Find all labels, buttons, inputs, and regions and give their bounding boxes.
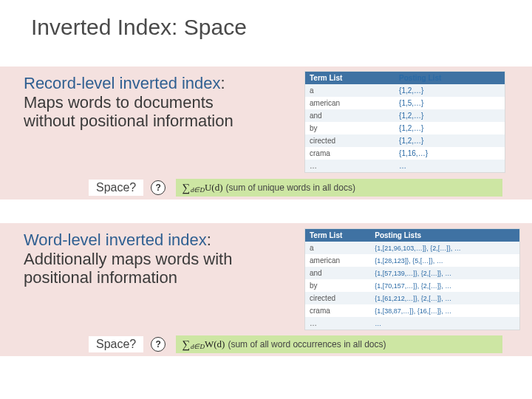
cell: {1,2,…} xyxy=(395,84,505,97)
cell: {1,[21,96,103,…]}, {2,[…]}, … xyxy=(370,242,519,254)
table-row: …… xyxy=(305,317,519,330)
table1-header-posting: Posting List xyxy=(395,72,505,84)
record-level-def: Record-level inverted index: Maps words … xyxy=(24,74,282,131)
table-row: cirected{1,2,…} xyxy=(305,134,505,147)
record-level-line1: Maps words to documents xyxy=(24,93,214,112)
table2-header-posting: Posting Lists xyxy=(370,229,519,242)
table1-header-term: Term List xyxy=(305,72,395,84)
colon: : xyxy=(207,231,211,249)
formula-sub: d∈D xyxy=(191,186,205,194)
record-level-line2: without positional information xyxy=(24,112,233,130)
record-level-formula: ∑d∈D U(d) (sum of unique words in all do… xyxy=(176,179,502,197)
space-label-2: Space? xyxy=(89,336,143,352)
formula-sub: d∈D xyxy=(191,343,205,350)
word-level-line2: positional information xyxy=(24,268,177,287)
record-level-space-row: Space? ? ∑d∈D U(d) (sum of unique words … xyxy=(89,177,502,198)
table-row: crama{1,[38,87,…]}, {16,[…]}, … xyxy=(305,304,519,317)
table-row: and{1,[57,139,…]}, {2,[…]}, … xyxy=(305,267,519,279)
cell: {1,2,…} xyxy=(395,109,505,122)
record-level-table: Term List Posting List a{1,2,…} american… xyxy=(305,72,505,172)
table-row: crama{1,16,…} xyxy=(305,147,505,160)
cell: by xyxy=(305,279,370,292)
cell: cirected xyxy=(305,134,395,147)
sigma-icon: ∑ xyxy=(182,338,190,351)
sigma-icon: ∑ xyxy=(182,182,190,194)
table-row: a{1,2,…} xyxy=(305,84,505,97)
cell: … xyxy=(305,317,370,330)
question-icon: ? xyxy=(151,180,166,195)
record-level-term: Record-level inverted index xyxy=(24,74,221,92)
space-label-1: Space? xyxy=(89,180,143,196)
table-row: a{1,[21,96,103,…]}, {2,[…]}, … xyxy=(305,242,519,254)
cell: … xyxy=(370,317,519,330)
cell: {1,5,…} xyxy=(395,97,505,109)
question-icon: ? xyxy=(151,337,166,352)
cell: … xyxy=(395,160,505,172)
cell: {1,[61,212,…]}, {2,[…]}, … xyxy=(370,292,519,304)
cell: and xyxy=(305,109,395,122)
table-row: by{1,2,…} xyxy=(305,122,505,134)
cell: {1,16,…} xyxy=(395,147,505,160)
cell: {1,2,…} xyxy=(395,122,505,134)
cell: american xyxy=(305,97,395,109)
cell: a xyxy=(305,84,395,97)
table-row: and{1,2,…} xyxy=(305,109,505,122)
word-level-def: Word-level inverted index: Additionally … xyxy=(24,231,282,287)
cell: … xyxy=(305,160,395,172)
slide-title: Inverted Index: Space xyxy=(31,15,247,40)
table-row: american{1,5,…} xyxy=(305,97,505,109)
table-row: cirected{1,[61,212,…]}, {2,[…]}, … xyxy=(305,292,519,304)
formula-fn: W(d) xyxy=(205,338,225,350)
formula-fn: U(d) xyxy=(205,182,223,194)
cell: {1,[57,139,…]}, {2,[…]}, … xyxy=(370,267,519,279)
formula-desc: (sum of unique words in all docs) xyxy=(226,183,355,193)
cell: crama xyxy=(305,304,370,317)
cell: american xyxy=(305,254,370,267)
word-level-space-row: Space? ? ∑d∈D W(d) (sum of all word occu… xyxy=(89,334,502,355)
cell: a xyxy=(305,242,370,254)
cell: by xyxy=(305,122,395,134)
table2-header-term: Term List xyxy=(305,229,370,242)
word-level-table: Term List Posting Lists a{1,[21,96,103,…… xyxy=(305,229,519,330)
word-level-term: Word-level inverted index xyxy=(24,231,207,249)
cell: {1,2,…} xyxy=(395,134,505,147)
cell: {1,[38,87,…]}, {16,[…]}, … xyxy=(370,304,519,317)
colon: : xyxy=(221,74,225,92)
cell: crama xyxy=(305,147,395,160)
cell: and xyxy=(305,267,370,279)
table-row: by{1,[70,157,…]}, {2,[…]}, … xyxy=(305,279,519,292)
word-level-formula: ∑d∈D W(d) (sum of all word occurrences i… xyxy=(176,335,502,353)
table-row: american{1,[28,123]}, {5,[…]}, … xyxy=(305,254,519,267)
formula-desc: (sum of all word occurrences in all docs… xyxy=(228,339,386,349)
cell: {1,[70,157,…]}, {2,[…]}, … xyxy=(370,279,519,292)
word-level-line1: Additionally maps words with xyxy=(24,250,232,268)
cell: {1,[28,123]}, {5,[…]}, … xyxy=(370,254,519,267)
cell: cirected xyxy=(305,292,370,304)
table-row: …… xyxy=(305,160,505,172)
